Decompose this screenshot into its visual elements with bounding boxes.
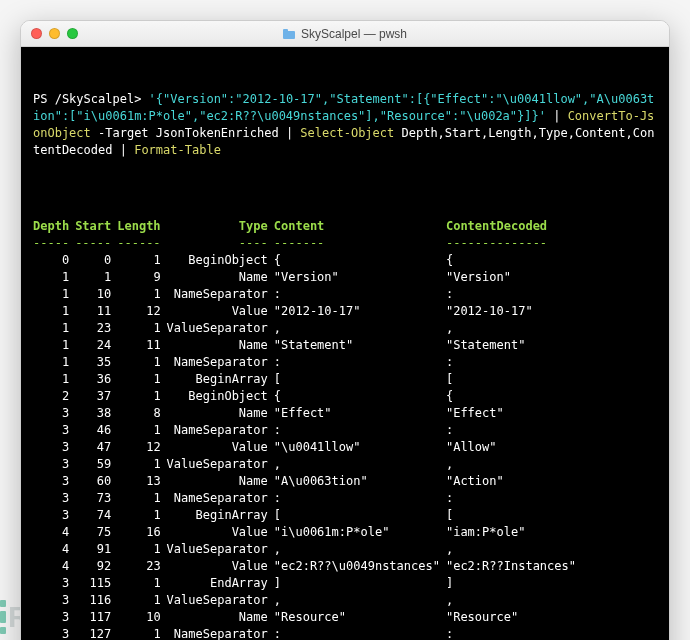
table-row: 3741BeginArray[[ [33, 507, 582, 524]
title-wrap: SkyScalpel — pwsh [283, 27, 407, 41]
col-type: Type [167, 218, 274, 235]
col-content: Content [274, 218, 446, 235]
table-row: 001BeginObject{{ [33, 252, 582, 269]
titlebar[interactable]: SkyScalpel — pwsh [21, 21, 669, 47]
col-start: Start [75, 218, 117, 235]
table-row: 3388Name"Effect""Effect" [33, 405, 582, 422]
maximize-icon[interactable] [67, 28, 78, 39]
close-icon[interactable] [31, 28, 42, 39]
table-row: 31151EndArray]] [33, 575, 582, 592]
output-table: Depth Start Length Type Content ContentD… [33, 218, 582, 640]
table-body: 001BeginObject{{119Name"Version""Version… [33, 252, 582, 640]
table-row: 1351NameSeparator:: [33, 354, 582, 371]
cmd-format: Format-Table [134, 143, 221, 157]
table-row: 4911ValueSeparator,, [33, 541, 582, 558]
table-row: 31271NameSeparator:: [33, 626, 582, 640]
cmd-select: Select-Object [300, 126, 394, 140]
table-row: 47516Value"i\u0061m:P*ole""iam:P*ole" [33, 524, 582, 541]
table-row: 119Name"Version""Version" [33, 269, 582, 286]
table-row: 2371BeginObject{{ [33, 388, 582, 405]
table-row: 12411Name"Statement""Statement" [33, 337, 582, 354]
terminal-window: SkyScalpel — pwsh PS /SkyScalpel> '{"Ver… [20, 20, 670, 640]
window-title: SkyScalpel — pwsh [301, 27, 407, 41]
command-line: PS /SkyScalpel> '{"Version":"2012-10-17"… [33, 91, 657, 159]
col-contentdecoded: ContentDecoded [446, 218, 582, 235]
prompt: PS /SkyScalpel> [33, 92, 141, 106]
table-row: 3731NameSeparator:: [33, 490, 582, 507]
folder-icon [283, 29, 295, 39]
window-controls [31, 28, 78, 39]
table-row: 11112Value"2012-10-17""2012-10-17" [33, 303, 582, 320]
col-depth: Depth [33, 218, 75, 235]
table-row: 3461NameSeparator:: [33, 422, 582, 439]
terminal-body[interactable]: PS /SkyScalpel> '{"Version":"2012-10-17"… [21, 47, 669, 640]
table-dash-row: ----- ----- ------ ---- ------- --------… [33, 235, 582, 252]
table-row: 1361BeginArray[[ [33, 371, 582, 388]
table-row: 31161ValueSeparator,, [33, 592, 582, 609]
minimize-icon[interactable] [49, 28, 60, 39]
table-row: 311710Name"Resource""Resource" [33, 609, 582, 626]
table-row: 34712Value"\u0041llow""Allow" [33, 439, 582, 456]
watermark-bars-icon [0, 600, 6, 634]
table-row: 49223Value"ec2:R??\u0049nstances""ec2:R?… [33, 558, 582, 575]
table-row: 3591ValueSeparator,, [33, 456, 582, 473]
table-header-row: Depth Start Length Type Content ContentD… [33, 218, 582, 235]
table-row: 1231ValueSeparator,, [33, 320, 582, 337]
table-row: 36013Name"A\u0063tion""Action" [33, 473, 582, 490]
table-row: 1101NameSeparator:: [33, 286, 582, 303]
col-length: Length [117, 218, 166, 235]
